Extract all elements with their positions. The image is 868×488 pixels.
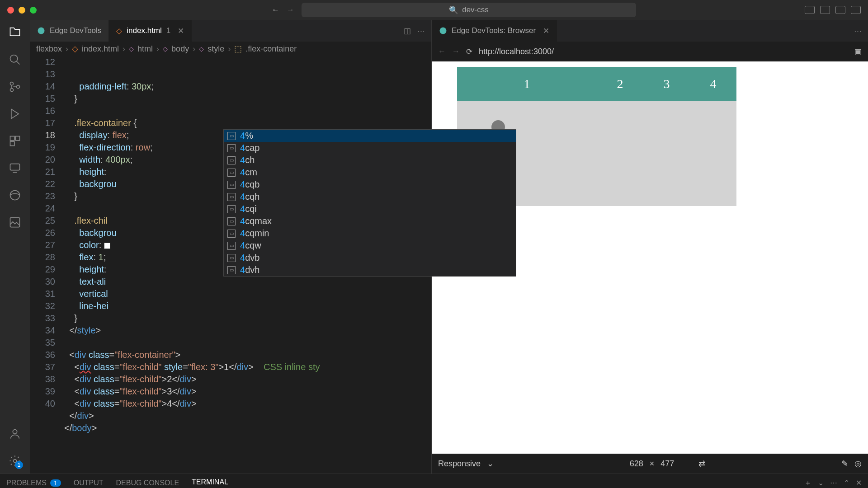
svg-point-12 <box>38 28 45 34</box>
device-emulation-bar: Responsive ⌄ 628 × 477 ⇄ ✎ ◎ <box>432 454 868 474</box>
flex-child: 3 <box>643 67 690 101</box>
svg-rect-6 <box>10 141 14 145</box>
search-icon[interactable] <box>8 52 22 67</box>
autocomplete-popup[interactable]: ▭4%▭4cap▭4ch▭4cm▭4cqb▭4cqh▭4cqi▭4cqmax▭4… <box>223 129 516 277</box>
close-window[interactable] <box>7 7 14 14</box>
tab-output[interactable]: OUTPUT <box>74 479 104 487</box>
dirty-indicator: 1 <box>166 26 170 35</box>
breadcrumb-item[interactable]: index.html <box>82 44 119 54</box>
new-terminal-icon[interactable]: ＋ <box>804 479 811 488</box>
tab-problems[interactable]: PROBLEMS1 <box>6 479 61 487</box>
more-actions-icon[interactable]: ⋯ <box>854 26 862 36</box>
editor-group: Edge DevTools ◇ index.html 1 ✕ ◫ ⋯ flexb… <box>30 20 431 474</box>
autocomplete-item[interactable]: ▭4dvh <box>224 264 516 276</box>
tab-edge-devtools[interactable]: Edge DevTools <box>30 20 109 42</box>
autocomplete-item[interactable]: ▭4cap <box>224 142 516 154</box>
svg-point-3 <box>17 85 20 89</box>
command-center[interactable]: 🔍 dev-css <box>302 3 636 17</box>
reload-icon[interactable]: ⟳ <box>466 47 472 56</box>
account-icon[interactable] <box>8 427 22 441</box>
project-name: dev-css <box>462 5 489 14</box>
nav-back-icon[interactable]: ← <box>272 5 279 14</box>
inspect-icon[interactable]: ▣ <box>854 47 862 56</box>
remote-explorer-icon[interactable] <box>8 161 22 175</box>
split-terminal-icon[interactable]: ⌄ <box>818 479 824 488</box>
code-editor[interactable]: 1213141516171819202122232425262728293031… <box>30 56 431 474</box>
autocomplete-item[interactable]: ▭4cqmin <box>224 227 516 239</box>
browser-forward-icon[interactable]: → <box>452 47 460 56</box>
layout-panel-left-icon[interactable] <box>805 6 815 14</box>
more-icon[interactable]: ⋯ <box>830 479 837 488</box>
edge-icon[interactable] <box>8 188 22 202</box>
source-control-icon[interactable] <box>8 80 22 94</box>
url-bar[interactable]: http://localhost:3000/ <box>479 47 554 56</box>
viewport-height[interactable]: 477 <box>660 459 674 469</box>
edge-icon <box>37 27 45 35</box>
titlebar: ← → 🔍 dev-css <box>0 0 868 20</box>
tab-browser[interactable]: Edge DevTools: Browser ✕ <box>432 20 557 42</box>
svg-rect-7 <box>10 164 20 170</box>
image-icon[interactable] <box>8 215 22 230</box>
breadcrumb-item[interactable]: flexbox <box>36 44 62 54</box>
flex-child: 2 <box>597 67 643 101</box>
svg-point-13 <box>440 28 447 34</box>
svg-rect-4 <box>10 136 14 141</box>
browser-toolbar: ← → ⟳ http://localhost:3000/ ▣ <box>432 42 868 61</box>
layout-panel-bottom-icon[interactable] <box>820 6 830 14</box>
nav-forward-icon[interactable]: → <box>287 5 294 14</box>
close-icon[interactable]: ✕ <box>543 26 549 36</box>
svg-point-1 <box>10 82 14 85</box>
autocomplete-item[interactable]: ▭4cm <box>224 166 516 178</box>
layout-panel-right-icon[interactable] <box>835 6 845 14</box>
edit-icon[interactable]: ✎ <box>841 459 848 469</box>
breadcrumb-item[interactable]: html <box>137 44 153 54</box>
activity-bar: 1 <box>0 20 30 474</box>
more-actions-icon[interactable]: ⋯ <box>417 26 425 36</box>
breadcrumb-item[interactable]: body <box>171 44 189 54</box>
autocomplete-item[interactable]: ▭4cqmax <box>224 215 516 227</box>
autocomplete-item[interactable]: ▭4ch <box>224 154 516 166</box>
flex-container-preview: 1 2 3 4 <box>457 67 736 101</box>
tab-terminal[interactable]: TERMINAL <box>192 478 228 488</box>
autocomplete-item[interactable]: ▭4cqi <box>224 203 516 215</box>
edge-icon <box>439 27 447 35</box>
tab-index-html[interactable]: ◇ index.html 1 ✕ <box>109 20 192 42</box>
run-debug-icon[interactable] <box>8 107 22 121</box>
device-mode[interactable]: Responsive <box>438 459 481 469</box>
autocomplete-item[interactable]: ▭4cqh <box>224 191 516 203</box>
autocomplete-item[interactable]: ▭4dvb <box>224 252 516 264</box>
svg-point-0 <box>10 55 18 62</box>
svg-point-2 <box>10 89 14 92</box>
explorer-icon[interactable] <box>8 25 22 40</box>
code-content[interactable]: padding-left: 30px; } .flex-container { … <box>64 56 431 474</box>
autocomplete-item[interactable]: ▭4cqb <box>224 178 516 191</box>
viewport-width[interactable]: 628 <box>630 459 643 469</box>
split-editor-icon[interactable]: ◫ <box>404 26 411 36</box>
settings-icon[interactable]: 1 <box>8 454 22 468</box>
extensions-icon[interactable] <box>8 134 22 148</box>
window-controls <box>7 7 37 14</box>
svg-point-10 <box>13 430 17 434</box>
screenshot-icon[interactable]: ◎ <box>854 459 862 469</box>
times-icon: × <box>650 459 655 469</box>
breadcrumb-item[interactable]: .flex-container <box>245 44 297 54</box>
search-icon: 🔍 <box>449 5 458 15</box>
breadcrumb-item[interactable]: style <box>208 44 224 54</box>
rotate-icon[interactable]: ⇄ <box>698 459 705 469</box>
tab-label: index.html <box>127 26 161 35</box>
chevron-down-icon[interactable]: ⌄ <box>487 459 494 469</box>
svg-rect-5 <box>15 136 19 141</box>
browser-back-icon[interactable]: ← <box>438 47 446 56</box>
close-panel-icon[interactable]: ✕ <box>856 479 862 488</box>
flex-child: 4 <box>690 67 736 101</box>
html-icon: ◇ <box>116 26 122 36</box>
breadcrumb[interactable]: flexbox› ◇index.html› ◇html› ◇body› ◇sty… <box>30 42 431 56</box>
maximize-window[interactable] <box>30 7 37 14</box>
autocomplete-item[interactable]: ▭4cqw <box>224 239 516 252</box>
minimize-window[interactable] <box>19 7 25 14</box>
autocomplete-item[interactable]: ▭4% <box>224 130 516 142</box>
close-icon[interactable]: ✕ <box>178 26 184 36</box>
maximize-panel-icon[interactable]: ⌃ <box>844 479 849 488</box>
layout-customize-icon[interactable] <box>851 6 861 14</box>
tab-debug-console[interactable]: DEBUG CONSOLE <box>116 479 179 487</box>
